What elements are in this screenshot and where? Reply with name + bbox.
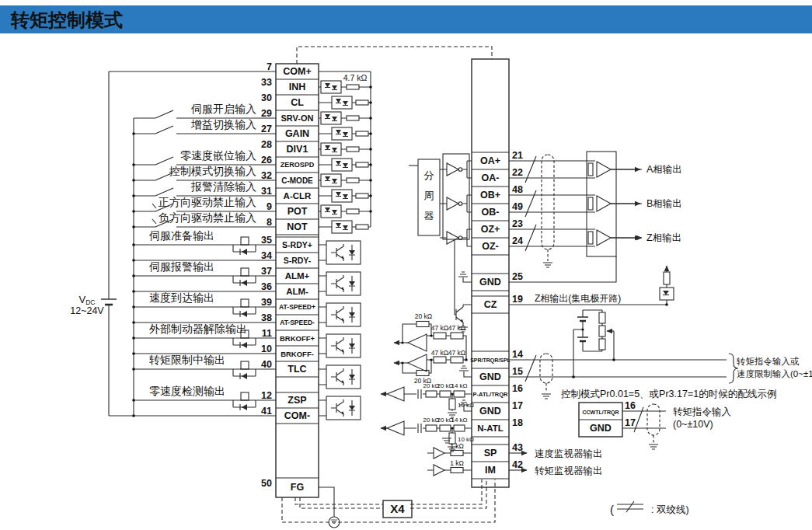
divider-char: 周 xyxy=(424,190,434,201)
resistor-label: 4.7 kΩ xyxy=(343,73,368,82)
pin-number: 16 xyxy=(625,400,636,411)
pin-name: ZEROSPD xyxy=(281,161,315,169)
pin-name: CL xyxy=(291,97,304,108)
input-optocoupler-bank: 4.7 kΩ xyxy=(319,71,372,233)
pin-number: 23 xyxy=(512,218,523,229)
resistor-label: 14 kΩ xyxy=(451,417,467,424)
output-label: 速度到达输出 xyxy=(149,291,214,304)
pin-name: P-ATL/TRQR xyxy=(473,391,508,398)
pin-name: OZ+ xyxy=(481,224,500,235)
pin-name: OB- xyxy=(482,207,500,218)
pin-name: ALM- xyxy=(286,287,308,296)
sub-example-label-line2: (0~±10V) xyxy=(673,419,713,430)
pin-number: 38 xyxy=(261,312,272,323)
pin-number: 27 xyxy=(261,124,272,134)
pin-name: CZ xyxy=(484,299,497,310)
pin-number: 33 xyxy=(261,77,272,88)
pin-name: SP xyxy=(484,448,497,459)
pin-number: 36 xyxy=(261,281,272,292)
pin-name: DIV1 xyxy=(287,144,308,155)
pin-number: 15 xyxy=(512,366,523,377)
resistor-label: 10 kΩ xyxy=(458,402,474,409)
input-label: 报警清除输入 xyxy=(190,180,256,193)
pin-name: AT-SPEED+ xyxy=(279,303,315,311)
pin-number: 28 xyxy=(261,139,272,150)
legend-open-paren: ( xyxy=(610,503,614,516)
resistor-label: 14 kΩ xyxy=(451,382,467,389)
output-label: 伺服准备输出 xyxy=(148,229,214,242)
divider-char: 分 xyxy=(424,169,434,181)
speed-monitor-label: 速度监视器输出 xyxy=(535,448,603,459)
pin-number: 21 xyxy=(512,150,523,161)
resistor-label: 47 kΩ xyxy=(431,324,448,332)
pin-name: GND xyxy=(479,371,501,382)
pin-number: 50 xyxy=(261,478,272,489)
pin-name: NOT xyxy=(287,221,308,232)
pin-name: SPR/TRQR/SPL xyxy=(470,357,511,364)
pin-name: CCWTL/TRQR xyxy=(582,410,619,416)
output-label: 外部制动器解除输出 xyxy=(149,323,247,335)
pin-name: IM xyxy=(485,465,496,476)
pin-number: 49 xyxy=(512,201,523,212)
pin-number: 48 xyxy=(512,184,523,195)
pin-name: OB+ xyxy=(480,190,500,200)
pin-name: S-RDY+ xyxy=(282,240,312,249)
left-pin-names: COM+ INH CL SRV-ON GAIN DIV1 ZEROSPD C-M… xyxy=(279,66,315,493)
pin-number: 35 xyxy=(261,235,272,246)
resistor-label: 1 kΩ xyxy=(450,442,464,450)
resistor-label: 47 kΩ xyxy=(431,349,448,357)
pin-name: BRKOFF+ xyxy=(280,334,315,343)
pin-name: FG xyxy=(291,482,304,493)
pin-number: 31 xyxy=(261,186,272,197)
top-shield-link xyxy=(297,47,492,64)
torque-cmd-label-line2: 速度限制输入(0~±10V) xyxy=(737,369,812,378)
pin-number: 42 xyxy=(512,459,523,470)
wiring-example: 控制模式Pr0.01=5、或Pr3.17=1的时候的配线示例 CCWTL/TRQ… xyxy=(561,389,776,449)
output-coupler-bank xyxy=(319,241,361,420)
analog-input-circuits: 20 kΩ 47 kΩ 47 kΩ 47 kΩ 47 kΩ 20 kΩ 20 k… xyxy=(381,312,474,452)
pin-number: 17 xyxy=(512,400,523,411)
resistor-label: 47 kΩ xyxy=(448,349,465,357)
vdc-supply-label: VDC 12~24V xyxy=(70,294,104,316)
phase-b-output-label: B相输出 xyxy=(646,198,682,209)
input-label: 正方向驱动禁止输入 xyxy=(159,196,256,208)
torque-monitor-label: 转矩监视器输出 xyxy=(535,465,603,476)
pin-number: 19 xyxy=(512,294,523,305)
pin-number: 7 xyxy=(267,61,272,72)
pin-name: GAIN xyxy=(285,128,309,139)
pin-name: INH xyxy=(289,82,306,92)
pin-number: 10 xyxy=(261,343,272,354)
pin-name: C-MODE xyxy=(281,176,313,185)
pin-number: 9 xyxy=(267,201,272,212)
wiring-note: 控制模式Pr0.01=5、或Pr3.17=1的时候的配线示例 xyxy=(561,389,776,399)
cz-open-collector-label: Z相输出(集电极开路) xyxy=(535,293,621,304)
torque-cmd-label-line1: 转矩指令输入或 xyxy=(736,357,800,366)
twisted-pair-legend: : 双绞线) xyxy=(651,504,689,515)
output-label: 转矩限制中输出 xyxy=(149,354,225,366)
pin-name: GND xyxy=(479,277,501,288)
pin-name: AT-SPEED- xyxy=(280,319,315,326)
torque-command-wiring: 转矩指令输入或 速度限制输入(0~±10V) xyxy=(509,310,812,399)
vdc-label: VDC xyxy=(79,294,96,306)
resistor-label: 20 kΩ xyxy=(415,312,432,320)
pin-number: 40 xyxy=(261,359,272,370)
input-label: 伺服开启输入 xyxy=(190,103,256,115)
pin-name: GND xyxy=(479,406,501,417)
vdc-range: 12~24V xyxy=(70,305,104,316)
pin-name: COM- xyxy=(284,410,310,421)
pin-number: 29 xyxy=(261,108,272,119)
divider-char: 器 xyxy=(424,210,434,221)
right-pin-numbers: 21 22 48 49 23 24 25 19 14 15 16 17 18 4… xyxy=(512,150,523,470)
pin-number: 17 xyxy=(625,417,636,428)
input-label: 控制模式切换输入 xyxy=(169,165,256,177)
pin-number: 25 xyxy=(512,271,523,282)
pin-number: 12 xyxy=(261,390,272,401)
pin-name: S-RDY- xyxy=(284,256,312,265)
x4-connector-label: X4 xyxy=(390,502,405,515)
header-banner: 转矩控制模式 xyxy=(0,5,812,33)
pin-number: 43 xyxy=(512,442,523,453)
pin-number: 11 xyxy=(262,328,272,339)
pin-name: OZ- xyxy=(482,241,499,252)
pin-number: 41 xyxy=(261,406,272,417)
pin-name: OA- xyxy=(482,173,500,183)
